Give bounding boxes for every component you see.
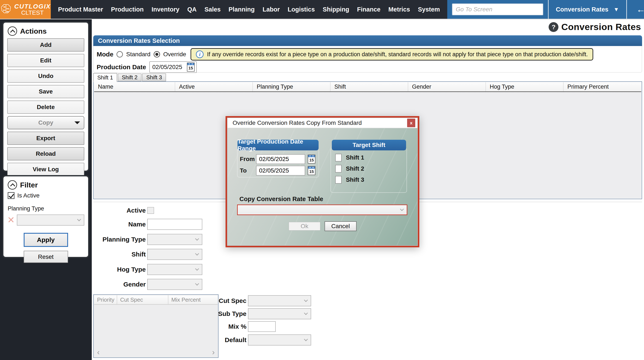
col-primary-percent[interactable]: Primary Percent — [564, 82, 641, 91]
shift3-option: Shift 3 — [335, 176, 364, 184]
menu-logistics[interactable]: Logistics — [288, 6, 315, 13]
col-shift[interactable]: Shift — [330, 82, 408, 91]
delete-button[interactable]: Delete — [7, 101, 84, 114]
planning-type-label: Planning Type — [92, 236, 146, 243]
top-bar: CUTLOGIX CLTEST Product Master Productio… — [0, 0, 644, 19]
override-radio-label: Override — [163, 51, 186, 58]
production-date-label: Production Date — [97, 63, 146, 71]
copy-table-label: Copy Conversion Rate Table — [240, 195, 323, 202]
history-nav: ← → ✕ — [626, 0, 644, 19]
tab-shift-3[interactable]: Shift 3 — [142, 73, 166, 81]
collapse-chevron-icon[interactable] — [8, 180, 17, 189]
info-icon: i — [196, 50, 204, 58]
menu-inventory[interactable]: Inventory — [152, 6, 180, 13]
menu-system[interactable]: System — [418, 6, 440, 13]
col-priority[interactable]: Priority — [94, 295, 117, 304]
sidebar: Actions Add Edit Undo Save Delete Copy E… — [0, 19, 92, 360]
chevron-down-icon — [304, 298, 308, 302]
to-label: To — [240, 167, 254, 174]
save-button[interactable]: Save — [7, 85, 84, 98]
menu-qa[interactable]: QA — [187, 6, 197, 13]
menu-sales[interactable]: Sales — [204, 6, 221, 13]
to-date-input[interactable] — [256, 166, 305, 176]
gender-dropdown[interactable] — [147, 279, 202, 290]
caret-down-icon — [74, 121, 80, 124]
menu-shipping[interactable]: Shipping — [323, 6, 349, 13]
planning-type-filter-label: Planning Type — [8, 205, 84, 212]
help-icon[interactable]: ? — [548, 22, 558, 32]
col-planning-type[interactable]: Planning Type — [253, 82, 330, 91]
col-active[interactable]: Active — [175, 82, 253, 91]
standard-radio[interactable] — [116, 51, 123, 57]
shift2-checkbox[interactable] — [335, 165, 342, 173]
calendar-icon[interactable]: 15 — [308, 166, 316, 175]
shift-tabs: Shift 1 Shift 2 Shift 3 — [93, 73, 167, 81]
top-bar-right: Conversion Rates ▼ ← → ✕ ☆ — [447, 0, 644, 19]
view-log-button[interactable]: View Log — [7, 163, 84, 176]
ok-button[interactable]: Ok — [289, 222, 320, 230]
from-date-input[interactable] — [256, 154, 305, 164]
calendar-icon[interactable]: 15 — [308, 155, 316, 164]
menu-metrics[interactable]: Metrics — [388, 6, 410, 13]
override-info-box: i If any override records exist for a pi… — [190, 48, 593, 60]
reset-button[interactable]: Reset — [24, 251, 68, 263]
screen-selector[interactable]: Conversion Rates ▼ — [548, 0, 626, 19]
col-gender[interactable]: Gender — [408, 82, 486, 91]
undo-button[interactable]: Undo — [7, 69, 84, 83]
shift1-label: Shift 1 — [346, 154, 364, 161]
default-dropdown[interactable] — [248, 335, 311, 346]
menu-production[interactable]: Production — [111, 6, 144, 13]
from-label: From — [240, 156, 254, 163]
production-date-input[interactable] — [152, 64, 184, 70]
shift3-checkbox[interactable] — [335, 176, 342, 184]
page-title: Conversion Rates — [561, 22, 641, 32]
col-name[interactable]: Name — [94, 82, 175, 91]
col-hog-type[interactable]: Hog Type — [486, 82, 564, 91]
goto-screen-input[interactable] — [452, 3, 543, 15]
dialog-close-button[interactable]: x — [407, 119, 415, 127]
shift2-option: Shift 2 — [335, 165, 364, 173]
col-cut-spec[interactable]: Cut Spec — [117, 295, 168, 304]
menu-planning[interactable]: Planning — [228, 6, 254, 13]
edit-button[interactable]: Edit — [7, 54, 84, 67]
shift2-label: Shift 2 — [346, 165, 364, 172]
cut-spec-dropdown[interactable] — [248, 295, 311, 306]
sub-type-dropdown[interactable] — [248, 308, 311, 319]
add-button[interactable]: Add — [7, 38, 84, 51]
menu-labor[interactable]: Labor — [262, 6, 280, 13]
calendar-icon[interactable]: 15 — [187, 63, 194, 72]
tab-shift-2[interactable]: Shift 2 — [118, 73, 142, 81]
filter-panel: Filter Is Active Planning Type ✕ Apply R… — [2, 175, 90, 258]
back-arrow-icon[interactable]: ← — [636, 5, 644, 14]
name-input[interactable] — [147, 219, 202, 230]
tab-shift-1[interactable]: Shift 1 — [93, 73, 117, 82]
reload-button[interactable]: Reload — [7, 147, 84, 161]
export-button[interactable]: Export — [7, 132, 84, 145]
apply-button[interactable]: Apply — [24, 233, 68, 247]
copy-dropdown-button[interactable]: Copy — [7, 116, 84, 129]
scroll-left-icon[interactable]: ‹ — [97, 349, 100, 356]
mix-pct-input[interactable] — [248, 321, 276, 332]
is-active-checkbox[interactable] — [8, 192, 14, 199]
clear-filter-icon[interactable]: ✕ — [7, 215, 15, 224]
scroll-right-icon[interactable]: › — [212, 349, 215, 356]
page-title-row: ? Conversion Rates — [548, 22, 641, 32]
cancel-button[interactable]: Cancel — [324, 221, 356, 231]
shift-dropdown[interactable] — [147, 249, 202, 260]
chevron-down-icon — [195, 252, 199, 255]
menu-finance[interactable]: Finance — [357, 6, 380, 13]
collapse-chevron-icon[interactable] — [8, 26, 17, 36]
chevron-down-icon — [195, 237, 199, 240]
dialog-title-bar[interactable]: Override Conversion Rates Copy From Stan… — [228, 118, 418, 128]
cut-spec-row: Cut Spec — [185, 295, 311, 306]
sub-type-label: Sub Type — [185, 310, 246, 317]
hog-type-dropdown[interactable] — [147, 264, 202, 275]
active-checkbox[interactable] — [147, 207, 154, 214]
override-radio[interactable] — [154, 51, 160, 57]
menu-product-master[interactable]: Product Master — [58, 6, 103, 13]
chevron-down-icon — [195, 267, 199, 271]
shift1-checkbox[interactable] — [335, 154, 342, 162]
planning-type-dropdown[interactable] — [147, 234, 202, 245]
planning-type-filter-dropdown[interactable] — [17, 214, 84, 226]
copy-table-dropdown[interactable] — [237, 204, 407, 215]
